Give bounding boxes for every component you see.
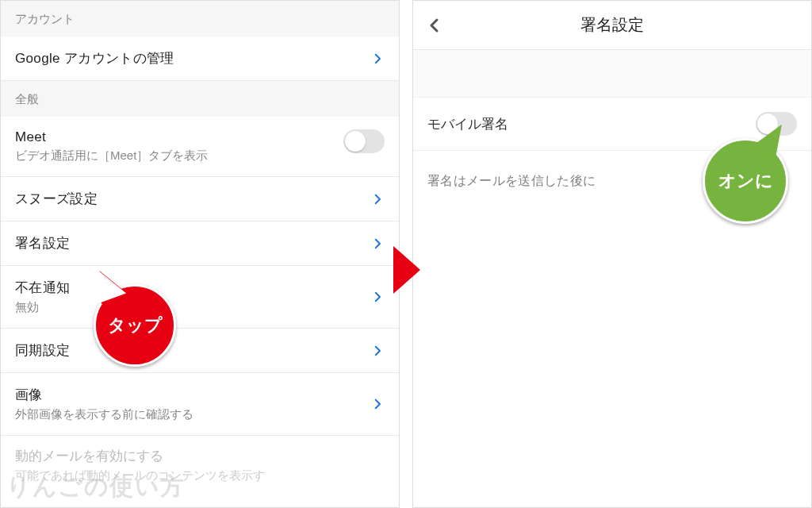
callout-tap: タップ	[94, 284, 176, 367]
chevron-left-icon	[425, 16, 444, 35]
chevron-right-icon	[370, 237, 385, 251]
callout-text: タップ	[108, 314, 163, 337]
row-meet[interactable]: Meet ビデオ通話用に［Meet］タブを表示	[1, 117, 399, 177]
row-label: スヌーズ設定	[15, 190, 98, 208]
row-subtitle: ビデオ通話用に［Meet］タブを表示	[15, 148, 208, 164]
row-sync[interactable]: 同期設定	[1, 329, 399, 373]
row-label: Google アカウントの管理	[15, 49, 174, 67]
callout-text: オンに	[718, 169, 773, 193]
watermark: りんごの使い方	[6, 471, 186, 503]
row-signature[interactable]: 署名設定	[1, 221, 399, 266]
settings-list-pane: アカウント Google アカウントの管理 全般 Meet ビデオ通話用に［Me…	[0, 0, 400, 508]
chevron-right-icon	[370, 344, 385, 358]
chevron-right-icon	[370, 290, 385, 304]
callout-turn-on: オンに	[703, 138, 788, 224]
row-title: Meet	[15, 129, 208, 145]
chevron-right-icon	[370, 192, 385, 206]
row-vacation[interactable]: 不在通知 無効	[1, 266, 399, 329]
row-snooze[interactable]: スヌーズ設定	[1, 177, 399, 221]
chevron-right-icon	[370, 397, 385, 411]
row-images[interactable]: 画像 外部画像を表示する前に確認する	[1, 373, 399, 436]
section-gap	[413, 50, 811, 98]
page-title: 署名設定	[580, 14, 644, 36]
back-button[interactable]	[421, 12, 448, 39]
section-header-account: アカウント	[1, 1, 399, 37]
transition-arrow-icon	[393, 246, 420, 294]
row-label: モバイル署名	[427, 115, 508, 133]
meet-toggle[interactable]	[343, 129, 385, 153]
section-header-general: 全般	[1, 81, 399, 117]
signature-settings-pane: 署名設定 モバイル署名 署名はメールを送信した後に	[412, 0, 812, 508]
chevron-right-icon	[370, 52, 385, 66]
row-label: 署名設定	[15, 234, 70, 252]
row-title: 不在通知	[15, 279, 70, 297]
row-subtitle: 無効	[15, 300, 70, 315]
row-label: 同期設定	[15, 341, 70, 360]
row-title: 画像	[15, 386, 193, 404]
row-manage-google-account[interactable]: Google アカウントの管理	[1, 37, 399, 81]
nav-bar: 署名設定	[413, 1, 811, 50]
row-title: 動的メールを有効にする	[15, 447, 385, 465]
row-subtitle: 外部画像を表示する前に確認する	[15, 407, 193, 422]
